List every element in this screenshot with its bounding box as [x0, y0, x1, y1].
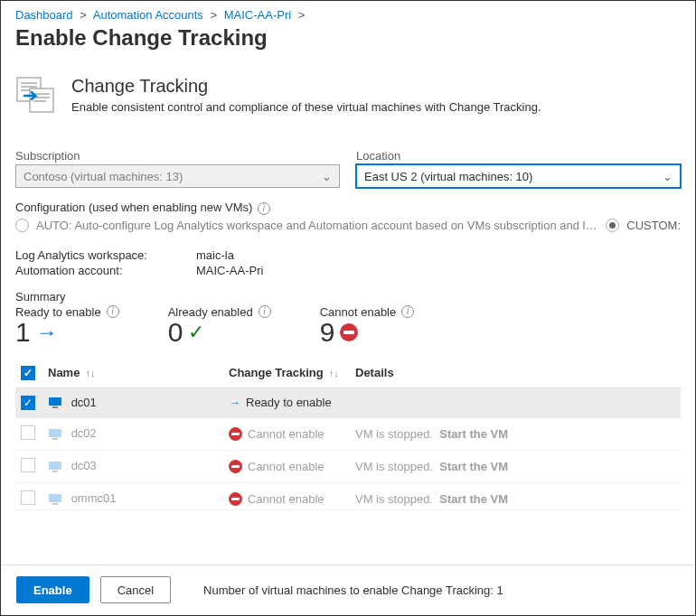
summary-label: Summary — [15, 290, 681, 303]
svg-rect-9 — [52, 406, 58, 408]
svg-rect-14 — [49, 494, 61, 502]
detail-text: VM is stopped. — [355, 492, 433, 506]
log-analytics-value: maic-la — [196, 248, 234, 262]
summary-cannot: Cannot enable i 9 — [320, 305, 415, 346]
vm-name: dc01 — [71, 396, 97, 409]
table-row[interactable]: dc02 Cannot enable VM is stopped. Start … — [15, 417, 681, 450]
enable-button[interactable]: Enable — [16, 576, 89, 603]
footer-bar: Enable Cancel Number of virtual machines… — [2, 565, 694, 614]
vm-name: dc03 — [71, 459, 97, 472]
config-auto-label: AUTO: Auto-configure Log Analytics works… — [36, 219, 598, 232]
chevron-right-icon: > — [211, 8, 218, 22]
svg-rect-8 — [49, 397, 61, 406]
vm-icon — [48, 397, 62, 409]
start-vm-link[interactable]: Start the VM — [439, 492, 508, 506]
detail-text: VM is stopped. — [355, 427, 433, 441]
sort-icon: ↑↓ — [85, 368, 95, 378]
breadcrumb-automation-accounts[interactable]: Automation Accounts — [93, 8, 203, 22]
row-checkbox[interactable] — [21, 425, 35, 440]
stop-icon — [229, 492, 242, 506]
location-dropdown[interactable]: East US 2 (virtual machines: 10) ⌄ — [356, 164, 681, 188]
cancel-button[interactable]: Cancel — [100, 576, 171, 603]
feature-header: Change Tracking Enable consistent contro… — [15, 76, 681, 118]
table-row[interactable]: ✓ dc01 →Ready to enable — [15, 387, 681, 417]
feature-subtitle: Enable consistent control and compliance… — [71, 100, 541, 114]
select-all-checkbox[interactable]: ✓ — [21, 366, 35, 380]
column-details: Details — [350, 359, 681, 388]
status-text: Cannot enable — [248, 460, 324, 473]
subscription-dropdown[interactable]: Contoso (virtual machines: 13) ⌄ — [15, 164, 340, 188]
table-row[interactable]: ommc01 Cannot enable VM is stopped. Star… — [15, 482, 681, 509]
location-label: Location — [356, 149, 681, 163]
info-icon[interactable]: i — [259, 305, 271, 318]
automation-account-value: MAIC-AA-Pri — [196, 264, 263, 277]
chevron-down-icon: ⌄ — [322, 170, 332, 183]
info-icon[interactable]: i — [107, 305, 119, 318]
vm-name: dc02 — [71, 426, 97, 440]
chevron-right-icon: > — [80, 8, 87, 22]
row-checkbox[interactable] — [21, 490, 35, 505]
subscription-value: Contoso (virtual machines: 13) — [24, 170, 183, 183]
status-text: Ready to enable — [246, 396, 332, 409]
checkmark-icon: ✓ — [188, 322, 204, 342]
footer-count-text: Number of virtual machines to enable Cha… — [203, 583, 503, 597]
row-checkbox[interactable] — [21, 458, 35, 472]
page-title: Enable Change Tracking — [15, 25, 681, 51]
feature-title: Change Tracking — [71, 76, 541, 97]
info-icon[interactable]: i — [258, 202, 270, 215]
svg-rect-13 — [52, 471, 58, 472]
chevron-down-icon: ⌄ — [663, 170, 672, 183]
breadcrumb-maic-aa-pri[interactable]: MAIC-AA-Pri — [224, 8, 291, 22]
vm-icon — [48, 428, 62, 441]
svg-rect-12 — [49, 462, 61, 470]
automation-account-label: Automation account: — [15, 264, 196, 277]
vm-icon — [48, 493, 62, 506]
arrow-right-icon: → — [229, 396, 240, 409]
location-value: East US 2 (virtual machines: 10) — [364, 170, 532, 183]
start-vm-link[interactable]: Start the VM — [439, 460, 508, 473]
summary-cannot-value: 9 — [320, 319, 335, 346]
status-text: Cannot enable — [248, 427, 324, 441]
row-checkbox[interactable]: ✓ — [21, 396, 35, 410]
breadcrumb: Dashboard > Automation Accounts > MAIC-A… — [15, 8, 681, 22]
svg-rect-10 — [49, 429, 61, 437]
subscription-label: Subscription — [15, 149, 340, 163]
configuration-label: Configuration (used when enabling new VM… — [15, 201, 681, 215]
start-vm-link[interactable]: Start the VM — [439, 427, 508, 441]
stop-icon — [340, 323, 358, 341]
detail-text: VM is stopped. — [355, 460, 433, 473]
vm-name: ommc01 — [71, 491, 117, 505]
table-row[interactable]: dc03 Cannot enable VM is stopped. Start … — [15, 450, 681, 482]
chevron-right-icon: > — [298, 8, 306, 22]
log-analytics-label: Log Analytics workspace: — [15, 248, 196, 262]
breadcrumb-dashboard[interactable]: Dashboard — [15, 8, 73, 22]
vm-table: ✓ Name↑↓ Change Tracking↑↓ Details ✓ dc0… — [15, 359, 681, 510]
arrow-right-icon: → — [36, 322, 58, 343]
config-auto-radio[interactable] — [15, 219, 29, 232]
stop-icon — [229, 460, 242, 473]
summary-ready-value: 1 — [15, 319, 31, 346]
info-icon[interactable]: i — [401, 305, 414, 318]
config-custom-radio[interactable] — [606, 219, 619, 232]
status-text: Cannot enable — [248, 492, 324, 506]
column-change-tracking[interactable]: Change Tracking↑↓ — [223, 359, 350, 388]
sort-icon: ↑↓ — [329, 368, 339, 378]
summary-already: Already enabled i 0 ✓ — [168, 305, 271, 346]
change-tracking-icon — [15, 76, 59, 118]
summary-ready: Ready to enable i 1 → — [15, 305, 119, 346]
svg-rect-11 — [52, 438, 58, 440]
stop-icon — [229, 427, 242, 441]
column-name[interactable]: Name↑↓ — [42, 359, 223, 388]
svg-rect-15 — [52, 503, 58, 505]
svg-rect-4 — [30, 89, 53, 112]
config-custom-label: CUSTOM: — [626, 219, 681, 232]
summary-already-value: 0 — [168, 319, 183, 346]
vm-icon — [48, 461, 62, 473]
